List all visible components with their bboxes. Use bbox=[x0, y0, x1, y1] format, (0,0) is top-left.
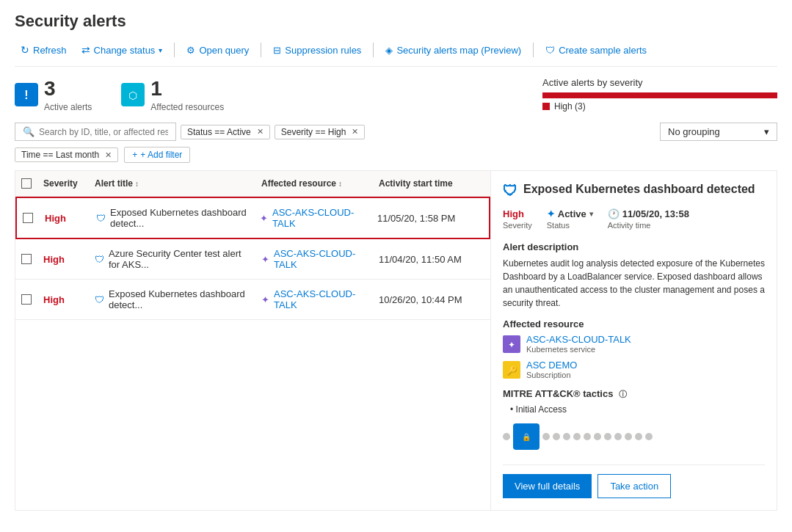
open-query-button[interactable]: ⚙ Open query bbox=[181, 42, 255, 59]
select-all-checkbox[interactable] bbox=[21, 178, 32, 189]
affected-resources-icon: ⬡ bbox=[121, 83, 145, 106]
create-sample-button[interactable]: 🛡 Create sample alerts bbox=[539, 42, 653, 59]
row1-checkbox[interactable] bbox=[23, 213, 33, 223]
chain-dot bbox=[573, 433, 581, 440]
kubernetes-icon3: ✦ bbox=[261, 294, 269, 305]
search-input[interactable] bbox=[39, 127, 168, 137]
kubernetes-icon2: ✦ bbox=[261, 254, 269, 265]
severity-bar bbox=[542, 92, 777, 98]
table-row[interactable]: High 🛡 Exposed Kubernetes dashboard dete… bbox=[15, 197, 490, 239]
severity-chart-title: Active alerts by severity bbox=[542, 77, 777, 88]
time-filter-close[interactable]: ✕ bbox=[105, 150, 112, 160]
chain-dot bbox=[503, 433, 510, 440]
row1-resource: ASC-AKS-CLOUD-TALK bbox=[272, 207, 366, 229]
info-icon: ⓘ bbox=[619, 390, 627, 398]
filter-row: 🔍 Status == Active ✕ Severity == High ✕ … bbox=[15, 123, 777, 141]
row3-checkbox-cell bbox=[15, 284, 37, 315]
suppression-rules-button[interactable]: ⊟ Suppression rules bbox=[267, 42, 367, 59]
row3-checkbox[interactable] bbox=[21, 294, 32, 305]
active-alerts-icon: ! bbox=[15, 83, 38, 106]
active-alerts-count: 3 bbox=[44, 77, 92, 101]
refresh-icon: ↻ bbox=[21, 44, 29, 56]
resource-name-2[interactable]: ASC DEMO bbox=[526, 360, 577, 371]
row3-time: 10/26/20, 10:44 PM bbox=[379, 294, 462, 305]
alert-title-column-header: Alert title ↕ bbox=[89, 175, 255, 192]
take-action-button[interactable]: Take action bbox=[597, 474, 671, 498]
suppression-icon: ⊟ bbox=[273, 45, 281, 56]
severity-chart: Active alerts by severity High (3) bbox=[542, 77, 777, 112]
map-icon: ◈ bbox=[385, 45, 393, 56]
refresh-button[interactable]: ↻ Refresh bbox=[15, 41, 73, 59]
svg-text:🔑: 🔑 bbox=[506, 365, 517, 376]
active-alerts-label: Active alerts bbox=[44, 102, 92, 112]
chain-dot bbox=[542, 433, 550, 440]
grouping-dropdown[interactable]: No grouping ▾ bbox=[660, 123, 777, 141]
row2-checkbox[interactable] bbox=[21, 254, 32, 264]
security-alerts-map-button[interactable]: ◈ Security alerts map (Preview) bbox=[379, 42, 527, 59]
chain-dot bbox=[563, 433, 570, 440]
time-filter-chip: Time == Last month ✕ bbox=[15, 147, 118, 162]
status-chevron-icon[interactable]: ▾ bbox=[589, 210, 593, 218]
alerts-table: Severity Alert title ↕ Affected resource… bbox=[15, 170, 491, 511]
row2-severity: High bbox=[43, 254, 65, 265]
time-filter-row: Time == Last month ✕ + + Add filter bbox=[15, 147, 777, 163]
separator2 bbox=[261, 43, 261, 57]
row3-resource: ASC-AKS-CLOUD-TALK bbox=[274, 288, 367, 310]
svg-text:🔒: 🔒 bbox=[522, 432, 531, 442]
row1-title: Exposed Kubernetes dashboard detect... bbox=[110, 207, 248, 229]
change-status-button[interactable]: ⇄ Change status ▾ bbox=[76, 41, 169, 59]
resource-details-2: ASC DEMO Subscription bbox=[526, 360, 577, 379]
detail-shield-icon: 🛡 bbox=[503, 183, 517, 200]
severity-filter-close[interactable]: ✕ bbox=[352, 127, 358, 136]
table-header: Severity Alert title ↕ Affected resource… bbox=[15, 171, 490, 197]
chain-dot bbox=[645, 433, 653, 440]
search-container: 🔍 bbox=[15, 123, 176, 141]
table-row[interactable]: High 🛡 Azure Security Center test alert … bbox=[15, 239, 490, 280]
chain-dot bbox=[635, 433, 642, 440]
toolbar: ↻ Refresh ⇄ Change status ▾ ⚙ Open query… bbox=[15, 41, 777, 67]
stats-row: ! 3 Active alerts ⬡ 1 Affected resources bbox=[15, 77, 777, 112]
status-meta: ✦ Active ▾ Status bbox=[547, 208, 593, 230]
row3-title: Exposed Kubernetes dashboard detect... bbox=[109, 288, 250, 310]
row2-severity-cell: High bbox=[37, 244, 89, 274]
add-filter-button[interactable]: + + Add filter bbox=[124, 147, 190, 163]
chain-dot bbox=[553, 433, 560, 440]
row1-severity-cell: High bbox=[39, 203, 90, 233]
alert-description-title: Alert description bbox=[503, 241, 765, 252]
alert-shield-icon3: 🛡 bbox=[95, 294, 104, 305]
kubernetes-resource-icon: ✦ bbox=[503, 335, 520, 353]
affected-resource-column-header: Affected resource ↕ bbox=[255, 175, 373, 192]
view-full-details-button[interactable]: View full details bbox=[503, 474, 592, 498]
svg-text:✦: ✦ bbox=[508, 340, 515, 350]
severity-legend: High (3) bbox=[542, 101, 777, 112]
resource-name-1[interactable]: ASC-AKS-CLOUD-TALK bbox=[526, 334, 631, 345]
resource-type-2: Subscription bbox=[526, 371, 577, 379]
chain-dot bbox=[584, 433, 591, 440]
row2-resource: ASC-AKS-CLOUD-TALK bbox=[274, 248, 367, 270]
svg-text:⬡: ⬡ bbox=[128, 90, 137, 101]
search-icon: 🔍 bbox=[23, 126, 34, 137]
detail-severity-value: High bbox=[503, 208, 532, 219]
row1-time-cell: 11/05/20, 1:58 PM bbox=[371, 203, 489, 233]
resource-item-kubernetes: ✦ ASC-AKS-CLOUD-TALK Kubernetes service bbox=[503, 334, 765, 354]
row2-time-cell: 11/04/20, 11:50 AM bbox=[373, 244, 490, 274]
severity-meta: High Severity bbox=[503, 208, 532, 230]
row3-time-cell: 10/26/20, 10:44 PM bbox=[373, 284, 490, 315]
key-resource-icon: 🔑 bbox=[503, 361, 520, 379]
row2-title-cell: 🛡 Azure Security Center test alert for A… bbox=[89, 244, 255, 274]
svg-text:!: ! bbox=[24, 89, 28, 101]
sort-icon: ↕ bbox=[135, 180, 139, 188]
separator bbox=[174, 43, 175, 57]
affected-resources-stat: ⬡ 1 Affected resources bbox=[121, 77, 224, 112]
row2-checkbox-cell bbox=[15, 244, 37, 274]
activity-time-meta: 🕐 11/05/20, 13:58 Activity time bbox=[608, 208, 689, 230]
affected-resources-label: Affected resources bbox=[150, 102, 224, 112]
chain-dot bbox=[604, 433, 611, 440]
status-filter-close[interactable]: ✕ bbox=[257, 127, 264, 136]
severity-dot bbox=[542, 103, 550, 110]
detail-time-value: 🕐 11/05/20, 13:58 bbox=[608, 208, 689, 219]
separator3 bbox=[373, 43, 374, 57]
table-row[interactable]: High 🛡 Exposed Kubernetes dashboard dete… bbox=[15, 280, 490, 320]
detail-severity-label: Severity bbox=[503, 221, 532, 230]
add-filter-icon: + bbox=[132, 150, 137, 160]
